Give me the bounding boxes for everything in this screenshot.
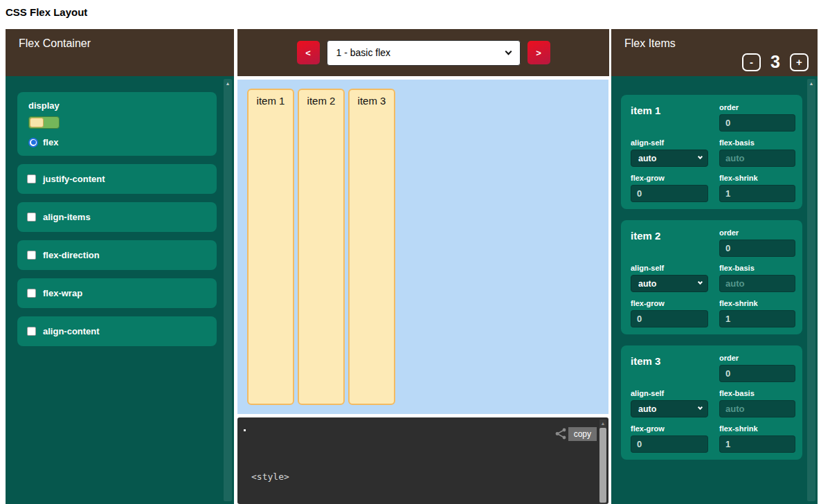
scroll-up-icon[interactable]: ▲ xyxy=(224,81,232,87)
order-label: order xyxy=(719,228,795,237)
align-items-checkbox[interactable] xyxy=(27,213,36,222)
code-cursor-dot xyxy=(244,429,246,431)
property-card-justify-content: justify-content xyxy=(17,164,217,194)
flex-grow-label: flex-grow xyxy=(631,424,708,433)
item-3-order-field: order xyxy=(719,354,795,382)
flex-items-panel: Flex Items - 3 + item 1 order align-self xyxy=(611,29,818,504)
scenario-nav-header: < 1 - basic flex > xyxy=(237,29,609,76)
scrollbar-thumb[interactable] xyxy=(599,428,606,503)
page-title: CSS Flex Layout xyxy=(6,6,87,18)
radio-selected-icon[interactable] xyxy=(28,138,38,147)
flex-direction-label: flex-direction xyxy=(43,250,100,260)
property-card-align-items: align-items xyxy=(17,202,217,232)
item-3-card: item 3 order align-self auto flex-basis xyxy=(621,345,802,460)
code-scrollbar[interactable]: ▲ xyxy=(599,420,606,504)
radio-dot-icon xyxy=(31,140,36,145)
flex-basis-input[interactable] xyxy=(719,400,795,417)
flex-wrap-label: flex-wrap xyxy=(43,288,82,298)
item-1-flex-shrink-field: flex-shrink xyxy=(719,174,795,202)
align-self-select-wrap: auto xyxy=(631,400,708,417)
toggle-knob-icon xyxy=(30,118,44,127)
code-panel: copy <style> .flex-container { display: … xyxy=(237,417,608,504)
flex-container-panel-body: display flex justify-content align-items xyxy=(6,76,234,504)
remove-item-button[interactable]: - xyxy=(742,53,761,71)
flex-shrink-input[interactable] xyxy=(719,185,795,202)
item-2-flex-shrink-field: flex-shrink xyxy=(719,299,795,327)
align-content-checkbox[interactable] xyxy=(27,327,36,336)
flex-direction-checkbox[interactable] xyxy=(27,251,36,260)
item-2-flex-basis-field: flex-basis xyxy=(719,264,795,292)
code-line-1: <style> xyxy=(251,470,354,483)
align-self-select[interactable]: auto xyxy=(631,400,708,417)
code-block: <style> .flex-container { display: flex; xyxy=(251,444,354,504)
item-3-flex-shrink-field: flex-shrink xyxy=(719,424,795,453)
flex-items-panel-body: item 1 order align-self auto flex-basis xyxy=(611,76,818,504)
page: CSS Flex Layout Flex Container display f… xyxy=(0,0,830,504)
flex-shrink-label: flex-shrink xyxy=(719,299,795,307)
flex-basis-label: flex-basis xyxy=(719,389,795,397)
flex-grow-input[interactable] xyxy=(631,435,708,453)
flex-shrink-label: flex-shrink xyxy=(719,174,795,182)
align-self-label: align-self xyxy=(631,264,708,272)
share-icon[interactable] xyxy=(554,428,567,440)
left-panel-scrollbar[interactable]: ▲ xyxy=(224,79,232,501)
order-input[interactable] xyxy=(719,114,795,132)
flex-basis-label: flex-basis xyxy=(719,138,795,147)
scroll-up-icon[interactable]: ▲ xyxy=(599,420,606,427)
item-2-align-self-field: align-self auto xyxy=(631,264,708,292)
scenario-select-wrap: 1 - basic flex xyxy=(327,40,521,66)
item-1-flex-basis-field: flex-basis xyxy=(719,138,795,167)
flex-shrink-input[interactable] xyxy=(719,310,795,327)
item-3-flex-grow-field: flex-grow xyxy=(631,424,708,453)
flex-container-panel: Flex Container display flex justify-cont… xyxy=(6,29,234,504)
add-item-button[interactable]: + xyxy=(790,53,809,71)
preview-item-3: item 3 xyxy=(348,89,395,405)
flex-wrap-checkbox[interactable] xyxy=(27,289,36,298)
justify-content-label: justify-content xyxy=(43,174,105,184)
item-2-flex-grow-field: flex-grow xyxy=(631,299,708,327)
scenario-select[interactable]: 1 - basic flex xyxy=(327,40,521,66)
item-1-name: item 1 xyxy=(631,103,708,132)
display-toggle[interactable] xyxy=(28,116,60,129)
item-3-align-self-field: align-self auto xyxy=(631,389,708,417)
flex-grow-label: flex-grow xyxy=(631,174,708,182)
align-self-select-wrap: auto xyxy=(631,150,708,167)
flex-container-panel-title: Flex Container xyxy=(19,37,91,49)
item-count-value: 3 xyxy=(770,52,780,72)
item-1-card: item 1 order align-self auto flex-basis xyxy=(621,95,802,209)
item-1-order-field: order xyxy=(719,103,795,132)
copy-button[interactable]: copy xyxy=(568,427,597,441)
align-content-label: align-content xyxy=(43,326,100,336)
scroll-up-icon[interactable]: ▲ xyxy=(807,81,815,87)
align-self-select-wrap: auto xyxy=(631,275,708,292)
align-self-select[interactable]: auto xyxy=(631,275,708,292)
flex-grow-label: flex-grow xyxy=(631,299,708,307)
flex-items-panel-title: Flex Items xyxy=(624,37,676,49)
align-self-label: align-self xyxy=(631,389,708,397)
order-input[interactable] xyxy=(719,365,795,382)
flex-basis-input[interactable] xyxy=(719,150,795,167)
item-1-align-self-field: align-self auto xyxy=(631,138,708,167)
order-input[interactable] xyxy=(719,240,795,257)
item-3-flex-basis-field: flex-basis xyxy=(719,389,795,417)
order-label: order xyxy=(719,103,795,111)
property-card-align-content: align-content xyxy=(17,316,217,346)
align-self-select[interactable]: auto xyxy=(631,150,708,167)
display-flex-radio-row[interactable]: flex xyxy=(28,137,206,147)
display-card: display flex xyxy=(17,92,217,156)
preview-item-1: item 1 xyxy=(247,89,294,405)
next-scenario-button[interactable]: > xyxy=(527,41,550,64)
flex-basis-input[interactable] xyxy=(719,275,795,292)
align-items-label: align-items xyxy=(43,212,91,222)
justify-content-checkbox[interactable] xyxy=(27,174,36,183)
display-label: display xyxy=(28,100,206,111)
right-panel-scrollbar[interactable]: ▲ xyxy=(807,79,815,501)
prev-scenario-button[interactable]: < xyxy=(297,41,320,64)
flex-grow-input[interactable] xyxy=(631,310,708,327)
flex-shrink-input[interactable] xyxy=(719,435,795,453)
flex-grow-input[interactable] xyxy=(631,185,708,202)
flex-container-panel-header: Flex Container xyxy=(6,29,234,76)
preview-item-2: item 2 xyxy=(298,89,345,405)
property-card-flex-wrap: flex-wrap xyxy=(17,278,217,308)
item-2-card: item 2 order align-self auto flex-basis xyxy=(621,220,802,334)
